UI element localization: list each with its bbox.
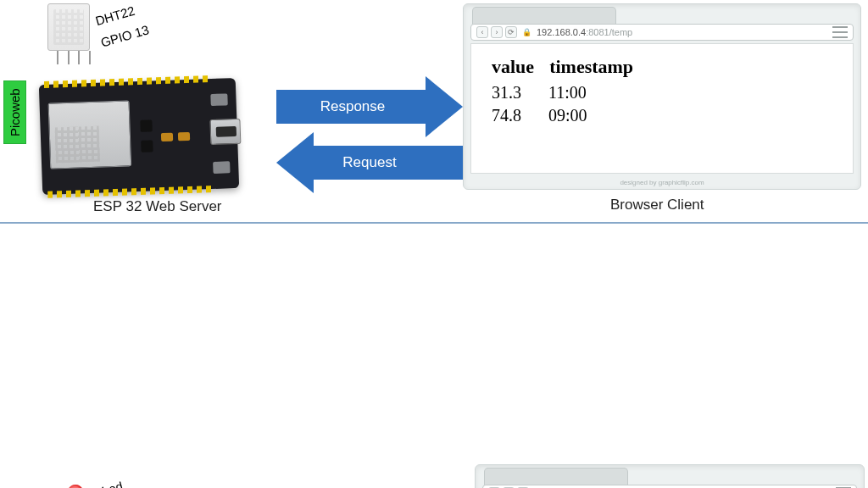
client-caption-top: Browser Client bbox=[610, 197, 704, 214]
dht22-sensor bbox=[47, 3, 100, 64]
led-name-label: Led bbox=[100, 479, 125, 488]
browser-footer: designed by graphicflip.com bbox=[464, 179, 860, 186]
board-caption-top: ESP 32 Web Server bbox=[93, 198, 222, 215]
led-icon bbox=[66, 485, 90, 488]
browser-window-top: ‹ › ⟳ 🔒 192.168.0.4:8081/temp value time… bbox=[463, 3, 861, 190]
browser-nav-buttons: ‹ › ⟳ bbox=[476, 26, 517, 38]
board-button-icon bbox=[213, 161, 230, 174]
cell-timestamp: 11:00 bbox=[548, 83, 587, 103]
browser-tab[interactable] bbox=[484, 468, 628, 486]
th-timestamp: timestamp bbox=[549, 56, 633, 78]
cell-value: 31.3 bbox=[492, 83, 521, 103]
panel-divider bbox=[0, 222, 868, 224]
response-arrow-top: Response bbox=[276, 90, 429, 124]
browser-chrome: ‹ › ⟳ 🔒 192.168.0.4:8081/temp bbox=[464, 4, 860, 42]
url-host: 192.168.0.4 bbox=[537, 27, 586, 37]
back-button[interactable]: ‹ bbox=[476, 26, 488, 38]
esp32-shield-icon bbox=[48, 100, 132, 169]
esp32-board-top bbox=[39, 78, 239, 195]
dht22-name-label: DHT22 bbox=[94, 3, 136, 28]
forward-button[interactable]: › bbox=[491, 26, 503, 38]
address-bar[interactable]: 192.168.0.4:8081/temp bbox=[537, 27, 827, 37]
reload-button[interactable]: ⟳ bbox=[505, 26, 517, 38]
sidetag-picoweb: Picoweb bbox=[3, 80, 26, 144]
table-row: 31.3 11:00 bbox=[492, 83, 832, 103]
panel-sockets: Sockets Led GPIO 16 ESP32 Web Server Res… bbox=[0, 230, 868, 488]
url-rest: :8081/temp bbox=[586, 27, 632, 37]
browser-toolbar: ‹ › ⟳ 🔒 192.168.0.4:8081/temp bbox=[470, 24, 854, 41]
usb-port-icon bbox=[209, 119, 241, 145]
table-row: 74.8 09:00 bbox=[492, 106, 832, 125]
th-value: value bbox=[492, 56, 534, 78]
request-arrow-top: Request bbox=[276, 146, 463, 180]
dht22-body bbox=[47, 3, 90, 51]
cell-timestamp: 09:00 bbox=[548, 106, 587, 125]
browser-page-top: value timestamp 31.3 11:00 74.8 09:00 bbox=[470, 43, 854, 174]
board-button-icon bbox=[210, 93, 227, 106]
secure-icon: 🔒 bbox=[522, 28, 531, 36]
hamburger-icon[interactable] bbox=[832, 26, 848, 38]
browser-toolbar: ‹ › ⟳ 🔒 192.168.0.4 bbox=[482, 485, 857, 488]
browser-window-bottom: ‹ › ⟳ 🔒 192.168.0.4 WebServer for turnin… bbox=[475, 464, 865, 488]
cell-value: 74.8 bbox=[492, 106, 521, 125]
dht22-pin-label: GPIO 13 bbox=[99, 22, 151, 49]
table-header-row: value timestamp bbox=[492, 56, 832, 78]
dht22-pins bbox=[47, 51, 100, 64]
browser-chrome: ‹ › ⟳ 🔒 192.168.0.4 bbox=[476, 465, 864, 488]
led-bulb-icon bbox=[66, 485, 85, 488]
panel-picoweb: Picoweb DHT22 GPIO 13 ESP 32 Web Server … bbox=[0, 0, 868, 220]
browser-tab[interactable] bbox=[472, 7, 616, 25]
